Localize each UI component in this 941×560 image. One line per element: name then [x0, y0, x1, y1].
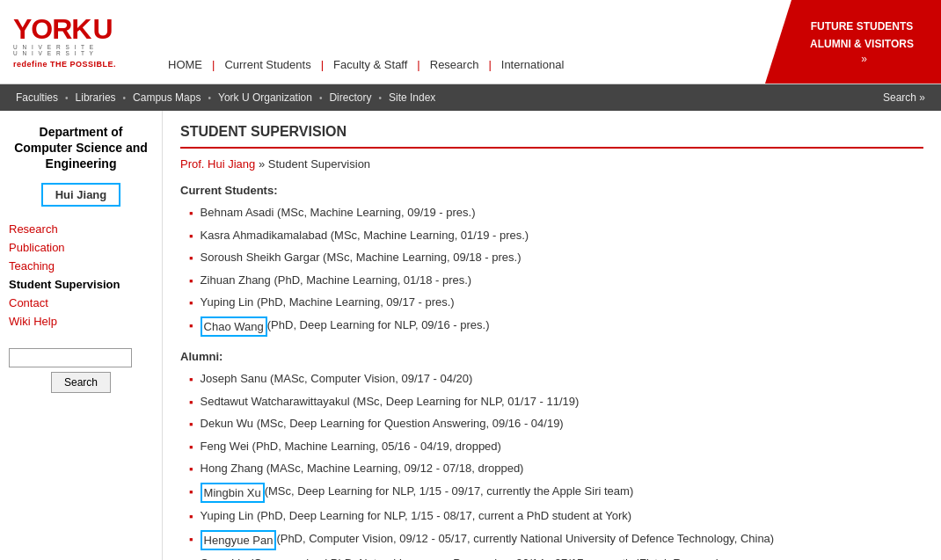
search-button[interactable]: Search [51, 372, 111, 393]
list-item: Soroush Sheikh Gargar (MSc, Machine Lear… [189, 249, 923, 267]
list-item: Behnam Asadi (MSc, Machine Learning, 09/… [189, 204, 923, 222]
list-item: Feng Wei (PhD, Machine Learning, 05/16 -… [189, 438, 923, 456]
alumni-text: Feng Wei (PhD, Machine Learning, 05/16 -… [201, 438, 501, 455]
alumni-text: (MSc, Deep Learning for NLP, 1/15 - 09/1… [265, 483, 634, 500]
list-item: Dekun Wu (MSc, Deep Learning for Questio… [189, 415, 923, 433]
sidebar-publication[interactable]: Publication [9, 238, 153, 257]
logo-york: YORK [13, 15, 91, 43]
student-text: Yuping Lin (PhD, Machine Learning, 09/17… [201, 294, 455, 311]
nav-directory[interactable]: Directory [322, 91, 378, 104]
alumni-list: Joseph Sanu (MASc, Computer Vision, 09/1… [180, 370, 923, 560]
list-item: Hong Zhang (MASc, Machine Learning, 09/1… [189, 460, 923, 478]
alumni-text: Joseph Sanu (MASc, Computer Vision, 09/1… [201, 370, 473, 388]
nav-campus-maps[interactable]: Campus Maps [126, 91, 208, 104]
alumni-text: (PhD, Computer Vision, 09/12 - 05/17, cu… [276, 530, 774, 548]
logo-u: U [92, 15, 113, 43]
redefine-text: redefine THE POSSIBLE. [13, 60, 116, 69]
breadcrumb-prof-link[interactable]: Prof. Hui Jiang [180, 157, 255, 171]
alumni-text: Sedtawut Watcharawittayakul (MSc, Deep L… [201, 393, 580, 411]
current-students-list: Behnam Asadi (MSc, Machine Learning, 09/… [180, 204, 923, 337]
search-link[interactable]: Search » [876, 91, 932, 104]
sidebar: Department of Computer Science and Engin… [0, 111, 163, 560]
alumni-highlighted-name: Hengyue Pan [201, 530, 277, 551]
hui-jiang-button[interactable]: Hui Jiang [41, 183, 120, 207]
alumni-text: Hong Zhang (MASc, Machine Learning, 09/1… [201, 460, 524, 477]
breadcrumb-arrow: » [259, 157, 268, 171]
secondary-nav-links: Faculties • Libraries • Campus Maps • Yo… [9, 91, 876, 104]
student-text: Zihuan Zhang (PhD, Machine Learning, 01/… [201, 272, 472, 289]
list-item: Chao Wang (PhD, Deep Learning for NLP, 0… [189, 316, 923, 338]
list-item: Quan Liu (Co-supervised PhD, Natural Lan… [189, 555, 923, 560]
alumni-highlighted-name: Mingbin Xu [201, 483, 265, 504]
student-text: (PhD, Deep Learning for NLP, 09/16 - pre… [267, 316, 490, 334]
nav-international[interactable]: International [496, 56, 570, 73]
logo-area: YORK U U N I V E R S I T E U N I V E R S… [0, 0, 163, 84]
nav-libraries[interactable]: Libraries [69, 91, 123, 104]
list-item: Zihuan Zhang (PhD, Machine Learning, 01/… [189, 272, 923, 290]
student-text: Behnam Asadi (MSc, Machine Learning, 09/… [201, 204, 476, 222]
student-highlighted-name: Chao Wang [201, 316, 267, 338]
main-content: STUDENT SUPERVISION Prof. Hui Jiang » St… [163, 111, 941, 560]
sidebar-nav: Research Publication Teaching Student Su… [9, 220, 153, 331]
future-students-banner[interactable]: FUTURE STUDENTS ALUMNI & VISITORS » [765, 0, 941, 84]
breadcrumb-current: Student Supervision [268, 157, 370, 171]
breadcrumb: Prof. Hui Jiang » Student Supervision [180, 157, 923, 171]
list-item: Kasra Ahmadikamalabad (MSc, Machine Lear… [189, 227, 923, 245]
dept-name: Department of Computer Science and Engin… [9, 124, 153, 172]
nav-home[interactable]: HOME [163, 56, 208, 73]
future-arrow-icon: » [839, 53, 867, 65]
university-line2: U N I V E R S I T Y [13, 50, 116, 56]
university-line1: U N I V E R S I T E [13, 44, 116, 50]
list-item: Mingbin Xu (MSc, Deep Learning for NLP, … [189, 483, 923, 504]
sidebar-wiki-help[interactable]: Wiki Help [9, 312, 153, 331]
nav-york-org[interactable]: York U Organization [211, 91, 319, 104]
page-title: STUDENT SUPERVISION [180, 124, 923, 149]
nav-current-students[interactable]: Current Students [219, 56, 316, 73]
list-item: Joseph Sanu (MASc, Computer Vision, 09/1… [189, 370, 923, 389]
list-item: Yuping Lin (PhD, Machine Learning, 09/17… [189, 294, 923, 312]
main-nav: HOME | Current Students | Faculty & Staf… [163, 56, 765, 73]
future-students-text: FUTURE STUDENTS ALUMNI & VISITORS [792, 18, 914, 52]
nav-site-index[interactable]: Site Index [382, 91, 442, 104]
current-students-heading: Current Students: [180, 184, 923, 197]
list-item: Sedtawut Watcharawittayakul (MSc, Deep L… [189, 393, 923, 411]
student-text: Kasra Ahmadikamalabad (MSc, Machine Lear… [201, 227, 529, 244]
sidebar-contact[interactable]: Contact [9, 294, 153, 312]
search-input[interactable] [9, 348, 132, 367]
alumni-text: Dekun Wu (MSc, Deep Learning for Questio… [201, 415, 564, 433]
nav-sep3: | [417, 58, 419, 71]
nav-faculties[interactable]: Faculties [9, 91, 65, 104]
list-item: Hengyue Pan (PhD, Computer Vision, 09/12… [189, 530, 923, 551]
sidebar-student-supervision[interactable]: Student Supervision [9, 275, 153, 294]
alumni-text: Quan Liu (Co-supervised PhD, Natural Lan… [201, 555, 726, 560]
nav-sep4: | [488, 58, 491, 71]
student-text: Soroush Sheikh Gargar (MSc, Machine Lear… [201, 249, 522, 266]
nav-sep1: | [212, 58, 215, 71]
sidebar-search: Search [9, 348, 153, 393]
alumni-heading: Alumni: [180, 350, 923, 363]
list-item: Yuping Lin (PhD, Deep Learning for NLP, … [189, 507, 923, 526]
nav-research[interactable]: Research [425, 56, 485, 73]
header: YORK U U N I V E R S I T E U N I V E R S… [0, 0, 941, 84]
sidebar-research[interactable]: Research [9, 220, 153, 238]
nav-sep2: | [321, 58, 324, 71]
nav-faculty-staff[interactable]: Faculty & Staff [328, 56, 412, 73]
alumni-text: Yuping Lin (PhD, Deep Learning for NLP, … [201, 507, 631, 525]
nav-area: HOME | Current Students | Faculty & Staf… [163, 0, 765, 84]
secondary-nav: Faculties • Libraries • Campus Maps • Yo… [0, 84, 941, 111]
content-wrapper: Department of Computer Science and Engin… [0, 111, 941, 560]
sidebar-teaching[interactable]: Teaching [9, 257, 153, 275]
